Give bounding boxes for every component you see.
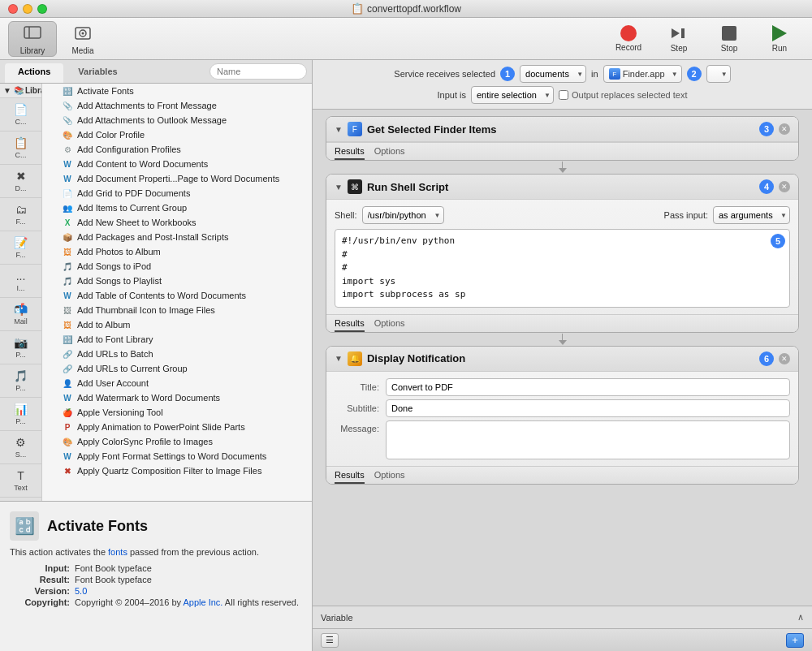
card1-tab-results[interactable]: Results bbox=[335, 146, 365, 160]
app-select[interactable]: F Finder.app ▼ bbox=[603, 65, 682, 83]
card3-expand-arrow[interactable]: ▼ bbox=[335, 354, 343, 363]
list-item[interactable]: 🔗 Add URLs to Current Group bbox=[42, 361, 312, 376]
action-label: Add Color Profile bbox=[77, 130, 307, 140]
message-field-label: Message: bbox=[335, 424, 379, 433]
card1-tab-options[interactable]: Options bbox=[374, 146, 405, 160]
list-item[interactable]: 🖼 Add to Album bbox=[42, 317, 312, 332]
library-label: Library bbox=[20, 46, 45, 55]
list-item[interactable]: P Apply Animation to PowerPoint Slide Pa… bbox=[42, 420, 312, 434]
add-variable-button[interactable]: + bbox=[786, 633, 804, 648]
record-button[interactable]: Record bbox=[604, 21, 653, 57]
card1-expand-arrow[interactable]: ▼ bbox=[335, 125, 343, 134]
code-area[interactable]: #!/usr/bin/env python # # import sys imp… bbox=[335, 229, 790, 308]
card3-close-button[interactable]: ✕ bbox=[779, 353, 790, 364]
list-item[interactable]: W Add Document Properti...Page to Word D… bbox=[42, 171, 312, 186]
step-button[interactable]: Step bbox=[654, 21, 703, 57]
list-item[interactable]: 🎵 Add Songs to iPod bbox=[42, 259, 312, 274]
card2-close-button[interactable]: ✕ bbox=[779, 181, 790, 192]
message-field[interactable] bbox=[386, 420, 790, 459]
list-item[interactable]: 🔡 Add to Font Library bbox=[42, 332, 312, 347]
media-button[interactable]: Media bbox=[58, 21, 107, 57]
category-item[interactable]: ⚙ S... bbox=[0, 431, 41, 464]
category-item[interactable]: 📝 F... bbox=[0, 231, 41, 265]
list-item[interactable]: W Add Table of Contents to Word Document… bbox=[42, 288, 312, 303]
list-item[interactable]: 👥 Add Items to Current Group bbox=[42, 200, 312, 215]
list-item[interactable]: 🖼 Add Photos to Album bbox=[42, 244, 312, 259]
close-button[interactable] bbox=[8, 4, 18, 14]
card3-tab-options[interactable]: Options bbox=[374, 470, 405, 484]
card2-tab-options[interactable]: Options bbox=[374, 318, 405, 332]
pass-input-select[interactable]: as arguments bbox=[713, 206, 790, 224]
variable-expand-arrow[interactable]: ∧ bbox=[797, 612, 804, 623]
stop-button[interactable]: Stop bbox=[705, 21, 754, 57]
category-item[interactable]: T Text bbox=[0, 464, 41, 498]
output-replaces-label[interactable]: Output replaces selected text bbox=[559, 90, 687, 100]
list-item[interactable]: 📎 Add Attachments to Outlook Message bbox=[42, 113, 312, 127]
category-item[interactable]: 📄 C... bbox=[0, 98, 41, 131]
category-item[interactable]: 📬 Mail bbox=[0, 298, 41, 331]
shell-select-wrapper[interactable]: /usr/bin/python bbox=[362, 206, 444, 224]
category-item[interactable]: 🎵 P... bbox=[0, 364, 41, 398]
list-item[interactable]: W Add Watermark to Word Documents bbox=[42, 390, 312, 405]
list-item[interactable]: 🖼 Add Thumbnail Icon to Image Files bbox=[42, 303, 312, 317]
action-label: Add Thumbnail Icon to Image Files bbox=[77, 305, 307, 315]
documents-select-wrapper[interactable]: documents bbox=[520, 65, 586, 83]
card3-tab-results[interactable]: Results bbox=[335, 470, 365, 484]
action-icon: ⚙ bbox=[62, 144, 73, 155]
entire-selection-wrapper[interactable]: entire selection bbox=[471, 86, 554, 104]
action-icon: 🔡 bbox=[62, 334, 73, 345]
list-item[interactable]: 📦 Add Packages and Post-Install Scripts bbox=[42, 230, 312, 244]
list-item[interactable]: 📄 Add Grid to PDF Documents bbox=[42, 186, 312, 200]
shell-select[interactable]: /usr/bin/python bbox=[362, 206, 444, 224]
category-item[interactable]: 📋 C... bbox=[0, 131, 41, 165]
subtitle-row: Subtitle: bbox=[335, 399, 790, 417]
svg-point-4 bbox=[82, 32, 84, 35]
category-item[interactable]: ... I... bbox=[0, 265, 41, 298]
list-item[interactable]: 👤 Add User Account bbox=[42, 376, 312, 390]
category-item[interactable]: ✖ D... bbox=[0, 165, 41, 198]
window-title: converttopdf.workflow bbox=[367, 3, 461, 15]
title-field[interactable] bbox=[386, 378, 790, 396]
card2-expand-arrow[interactable]: ▼ bbox=[335, 183, 343, 192]
output-replaces-checkbox[interactable] bbox=[559, 90, 568, 100]
list-item[interactable]: ⚙ Add Configuration Profiles bbox=[42, 142, 312, 157]
step-icon bbox=[670, 24, 688, 42]
category-item[interactable]: 📊 P... bbox=[0, 398, 41, 431]
list-item[interactable]: 🎨 Apply ColorSync Profile to Images bbox=[42, 434, 312, 449]
list-item[interactable]: ✖ Apply Quartz Composition Filter to Ima… bbox=[42, 463, 312, 478]
app-arrow-wrapper[interactable] bbox=[706, 65, 731, 83]
pass-input-select-wrapper[interactable]: as arguments bbox=[713, 206, 790, 224]
app-extra-select[interactable] bbox=[706, 65, 731, 83]
category-item[interactable]: 🗂 F... bbox=[0, 198, 41, 231]
list-item[interactable]: W Add Content to Word Documents bbox=[42, 157, 312, 171]
window-controls[interactable] bbox=[8, 4, 47, 14]
card2-tab-results[interactable]: Results bbox=[335, 318, 365, 332]
list-item[interactable]: W Apply Font Format Settings to Word Doc… bbox=[42, 449, 312, 463]
card1-badge: 3 bbox=[759, 122, 774, 136]
list-item[interactable]: X Add New Sheet to Workbooks bbox=[42, 215, 312, 230]
category-icon: 📝 bbox=[14, 236, 28, 249]
run-button[interactable]: Run bbox=[755, 21, 804, 57]
maximize-button[interactable] bbox=[37, 4, 47, 14]
category-item[interactable]: 📷 P... bbox=[0, 331, 41, 364]
result-value: Font Book typeface bbox=[75, 575, 302, 584]
service-bar: Service receives selected 1 documents in… bbox=[313, 60, 812, 110]
list-item[interactable]: 🎵 Add Songs to Playlist bbox=[42, 274, 312, 288]
list-item[interactable]: 🎨 Add Color Profile bbox=[42, 127, 312, 142]
tab-variables[interactable]: Variables bbox=[65, 63, 130, 83]
list-view-button[interactable]: ☰ bbox=[321, 633, 339, 648]
search-input[interactable] bbox=[209, 63, 307, 80]
list-item[interactable]: 🔗 Add URLs to Batch bbox=[42, 347, 312, 361]
library-button[interactable]: Library bbox=[8, 21, 57, 57]
entire-selection-select[interactable]: entire selection bbox=[471, 86, 554, 104]
subtitle-field[interactable] bbox=[386, 399, 790, 417]
list-item[interactable]: 🍎 Apple Versioning Tool bbox=[42, 405, 312, 420]
tab-actions[interactable]: Actions bbox=[5, 63, 63, 83]
list-item[interactable]: 🔡 Activate Fonts bbox=[42, 84, 312, 98]
card1-close-button[interactable]: ✕ bbox=[779, 123, 790, 135]
action-icon: W bbox=[62, 392, 73, 403]
list-item[interactable]: 📎 Add Attachments to Front Message bbox=[42, 98, 312, 113]
minimize-button[interactable] bbox=[23, 4, 32, 14]
collapse-arrow[interactable]: ▼ bbox=[3, 86, 11, 95]
documents-select[interactable]: documents bbox=[520, 65, 586, 83]
